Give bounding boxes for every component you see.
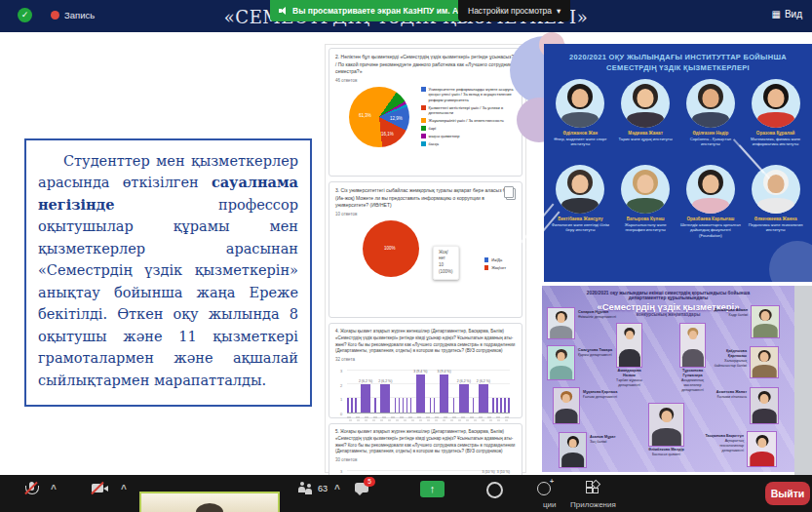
person-photo bbox=[556, 79, 604, 128]
bar-group bbox=[394, 370, 396, 413]
person-photo bbox=[679, 323, 706, 368]
poster-bottom-title2: департаменттер құрылымындағы bbox=[542, 295, 794, 300]
screen-share-banner-text: Вы просматриваете экран КазНПУ им. Абая bbox=[292, 6, 473, 16]
poster-people-row: Әділжанов ЖанӨнер, мәдениет және спорт и… bbox=[548, 79, 808, 147]
person-label: Әлімбекова МөлдірБаспасөз қызметі bbox=[643, 448, 689, 457]
person-label: Смағұлова ТамараҚаржы департаменті bbox=[578, 348, 617, 358]
legend-swatch bbox=[421, 126, 426, 131]
pie-chart-q3: 100% Жоқ/нет 10 (100%) bbox=[363, 220, 419, 277]
person-institute: Филология және көптілді білім беру инсти… bbox=[548, 222, 613, 233]
record-button[interactable] bbox=[486, 482, 503, 498]
person-silhouette bbox=[680, 324, 705, 367]
legend-swatch bbox=[421, 134, 426, 138]
copy-icon bbox=[506, 188, 516, 200]
reactions-button[interactable] bbox=[537, 482, 551, 495]
bar-group: 2 (6,2 %) bbox=[359, 370, 372, 413]
self-video-thumbnail[interactable] bbox=[139, 492, 280, 512]
person-photo bbox=[686, 79, 735, 128]
view-label: Вид bbox=[785, 9, 802, 20]
bar-group: 2 (6,2 %) bbox=[477, 370, 490, 413]
chat-badge: 5 bbox=[364, 477, 375, 487]
person-photo bbox=[648, 403, 684, 447]
bar-group bbox=[496, 370, 498, 413]
person-photo bbox=[747, 431, 777, 467]
apps-button[interactable] bbox=[586, 481, 599, 493]
bar-group bbox=[453, 370, 455, 413]
bar-group bbox=[355, 370, 357, 413]
bar bbox=[406, 398, 407, 413]
person-photo bbox=[547, 345, 575, 380]
person-silhouette bbox=[751, 388, 778, 423]
chevron-down-icon: ▾ bbox=[557, 6, 561, 16]
person-photo bbox=[751, 305, 780, 338]
person-label: Сапаров НұрланӘкімшілік департаменті bbox=[578, 310, 617, 320]
recording-label: Запись bbox=[64, 10, 95, 20]
bar-value-label: 3 (9,4 %) bbox=[437, 370, 450, 374]
bar-value-label: 2 (6,2 %) bbox=[477, 379, 490, 383]
shoulders bbox=[757, 112, 794, 128]
person-label: Асанов МұратЗаң бөлімі bbox=[590, 435, 629, 445]
participants-caret[interactable]: ^ bbox=[334, 484, 340, 494]
pie-chart-q2: 61,3% 16,1% 12,9% bbox=[349, 87, 409, 147]
shoulders bbox=[627, 198, 664, 214]
zoom-meeting-window: «СЕМЕСТРДІҢ ҮЗДІК ҚЫЗМЕТКЕРІ» ✓ Запись В… bbox=[0, 0, 812, 512]
person-institute: Педагогика және психология институты bbox=[743, 222, 808, 233]
pie-slice-label: 12,9% bbox=[390, 116, 403, 121]
person-card: Оразова ҚұралайМатематика, физика және и… bbox=[743, 79, 808, 147]
leave-button[interactable]: Выйти bbox=[765, 482, 810, 505]
bar-group bbox=[473, 370, 475, 413]
pie-legend-q3: Иә/Да Жоқ/нет bbox=[484, 257, 506, 271]
survey-card-q2: 2. Неліктен бұл қызметкерді «Семестрдің … bbox=[329, 48, 522, 177]
bar-group bbox=[406, 370, 407, 413]
bar-group bbox=[504, 370, 506, 413]
shoulders bbox=[627, 112, 664, 128]
bar-value-label: 3 (10 %) bbox=[497, 470, 510, 474]
person-name: Батырова Күләш bbox=[613, 217, 678, 221]
person-card: Әділғазин НәдірСорбонна - Қазақстан инст… bbox=[678, 79, 744, 147]
video-options-caret[interactable]: ^ bbox=[121, 484, 127, 494]
bar bbox=[508, 398, 509, 413]
person-photo bbox=[556, 165, 604, 214]
recording-dot-icon bbox=[51, 11, 59, 20]
shoulders bbox=[681, 349, 703, 367]
face bbox=[760, 352, 769, 362]
person-photo bbox=[559, 432, 587, 468]
person-label: Ахметова ЖанатҒылыми кітапхана bbox=[707, 390, 747, 400]
poster-top-title: 2020/2021 ОҚУ ЖЫЛЫНДАҒЫ ИНСТИТУТТАР БОЙЫ… bbox=[544, 53, 812, 74]
legend-label: Қызметтегі жетістіктері үшін / За успехи… bbox=[429, 105, 517, 116]
shoulders bbox=[550, 326, 573, 338]
bar-group: 2 (6,2 %) bbox=[457, 370, 471, 413]
grid-view-icon: ▦ bbox=[771, 9, 780, 20]
security-shield-icon[interactable]: ✓ bbox=[18, 8, 32, 22]
person-silhouette bbox=[554, 388, 579, 423]
response-count: 30 ответов bbox=[335, 457, 516, 462]
legend-item: жақсы қызметкер bbox=[421, 134, 516, 138]
person-card: Әділжанов ЖанӨнер, мәдениет және спорт и… bbox=[548, 79, 613, 147]
bar-group bbox=[398, 370, 400, 413]
response-count: 32 ответа bbox=[335, 357, 516, 362]
view-settings-button[interactable]: Настройки просмотра ▾ bbox=[458, 0, 570, 21]
face bbox=[568, 439, 577, 449]
legend-item: басқа bbox=[421, 141, 516, 146]
reactions-label: ции bbox=[543, 500, 557, 509]
shoulders bbox=[561, 112, 599, 128]
face bbox=[572, 175, 589, 193]
legend-label: Жоқ/нет bbox=[491, 265, 506, 270]
bar bbox=[347, 398, 348, 413]
bar bbox=[355, 398, 356, 413]
person-institute: Жаратылыстану және география институты bbox=[613, 222, 678, 233]
legend-swatch bbox=[421, 87, 426, 92]
shoulders bbox=[556, 409, 578, 423]
bar-group: 2 (6,2 %) bbox=[378, 370, 392, 413]
view-button[interactable]: ▦ Вид bbox=[771, 9, 802, 20]
shoulders bbox=[757, 198, 794, 214]
person-silhouette bbox=[617, 324, 641, 367]
face bbox=[572, 89, 589, 107]
legend-item: Жауапкершілігі үшін / За ответственность bbox=[421, 118, 516, 123]
share-screen-button[interactable]: ↑ bbox=[420, 481, 445, 497]
face bbox=[761, 311, 770, 321]
face bbox=[562, 394, 570, 403]
face bbox=[625, 331, 633, 339]
bar bbox=[459, 384, 469, 413]
audio-options-caret[interactable]: ^ bbox=[51, 484, 57, 494]
